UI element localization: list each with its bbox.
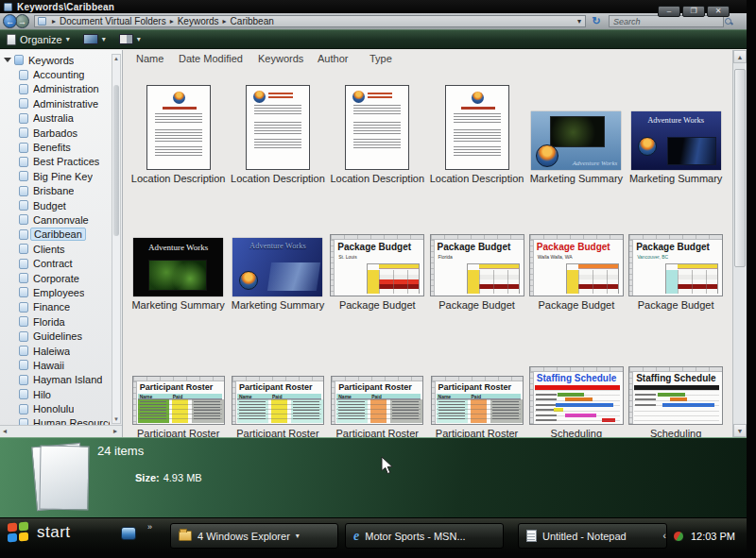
file-item[interactable]: Participant RosterNamePaidParticipant Ro… [129,330,228,437]
file-thumbnail[interactable]: Participant RosterNamePaid [431,376,524,425]
file-thumbnail[interactable]: Package BudgetWalla Walla, WA [529,234,624,296]
file-thumbnail[interactable]: Participant RosterNamePaid [331,376,423,425]
file-item[interactable]: Package BudgetVancouver, BCPackage Budge… [626,201,725,311]
sidebar-item-australia[interactable]: Australia [0,111,110,126]
title-bar[interactable]: Keywords\Caribbean [0,0,747,13]
file-item[interactable]: Staffing ScheduleScheduling [626,330,725,437]
file-item[interactable]: Adventure WorksMarketing Summary [626,75,725,184]
file-thumbnail[interactable] [445,85,509,170]
file-item[interactable]: Participant RosterNamePaidParticipant Ro… [427,330,526,437]
file-item[interactable]: Adventure WorksMarketing Summary [228,201,327,311]
breadcrumb-item[interactable]: Document Virtual Folders [60,16,166,26]
file-item[interactable]: Location Description [427,75,526,184]
file-thumbnail[interactable]: Participant RosterNamePaid [232,376,324,425]
back-button[interactable]: ← [3,14,17,28]
file-thumbnail[interactable]: Adventure Works [133,238,223,296]
refresh-icon[interactable]: ↻ [590,15,603,27]
sidebar-item-cannonvale[interactable]: Cannonvale [0,212,110,227]
content-vertical-scrollbar[interactable]: ▲ ▼ [732,50,747,437]
file-item[interactable]: Adventure WorksMarketing Summary [129,201,228,311]
tray-app-icon[interactable] [673,531,684,542]
taskbar-button-folder[interactable]: 4 Windows Explorer▾ [170,523,338,549]
sidebar-item-brisbane[interactable]: Brisbane [0,184,110,198]
file-thumbnail[interactable]: Participant RosterNamePaid [132,376,225,425]
forward-button[interactable]: → [15,14,29,28]
breadcrumb-item[interactable]: Keywords [178,16,219,26]
sidebar-item-barbados[interactable]: Barbados [0,126,110,140]
sidebar-item-finance[interactable]: Finance [0,300,110,314]
column-header-author[interactable]: Author [318,53,348,64]
quick-launch-icon[interactable] [121,527,136,540]
file-thumbnail[interactable]: Package BudgetSt. Louis [330,234,424,296]
sidebar-item-accounting[interactable]: Accounting [0,67,110,81]
sidebar-item-contract[interactable]: Contract [0,256,110,270]
sidebar-item-big-pine-key[interactable]: Big Pine Key [0,169,110,183]
sidebar-scroll-right-icon[interactable]: ▸ [113,427,117,435]
sidebar-item-hilo[interactable]: Hilo [0,387,110,401]
sidebar-item-corporate[interactable]: Corporate [0,271,110,285]
taskbar-button-ie[interactable]: eMotor Sports - MSN... [345,523,504,549]
sidebar-item-florida[interactable]: Florida [0,314,110,329]
file-item[interactable]: Adventure WorksMarketing Summary [526,75,626,184]
start-button[interactable]: start [8,522,71,543]
sidebar-item-root[interactable]: Keywords [0,53,110,67]
file-thumbnail[interactable]: Adventure Works [631,111,721,170]
sidebar-scroll-down-icon[interactable]: ▼ [112,416,120,422]
sidebar-item-honolulu[interactable]: Honolulu [0,401,110,415]
file-item[interactable]: Location Description [328,75,427,184]
sidebar-item-caribbean[interactable]: Caribbean [0,228,110,242]
sidebar-item-administration[interactable]: Administration [0,82,110,96]
sidebar-item-hawaii[interactable]: Hawaii [0,358,110,372]
file-thumbnail[interactable]: Staffing Schedule [628,366,723,425]
sidebar-item-guidelines[interactable]: Guidelines [0,329,110,343]
expanded-triangle-icon[interactable] [4,58,11,62]
sidebar-item-haleiwa[interactable]: Haleiwa [0,344,110,358]
file-item[interactable]: Package BudgetWalla Walla, WAPackage Bud… [526,201,626,311]
file-item[interactable]: Participant RosterNamePaidParticipant Ro… [328,330,427,437]
sidebar-item-clients[interactable]: Clients [0,242,110,256]
sidebar-scroll-left-icon[interactable]: ◂ [3,427,7,435]
sidebar-horizontal-scrollbar[interactable]: ◂ ▸ [0,425,122,437]
file-thumbnail[interactable] [246,85,310,170]
organize-button[interactable]: Organize ▾ [0,30,77,48]
preview-pane-button[interactable]: ▾ [112,30,147,48]
sidebar-item-benefits[interactable]: Benefits [0,140,110,154]
sidebar-item-administrative[interactable]: Administrative [0,96,110,110]
sidebar-item-hayman-island[interactable]: Hayman Island [0,373,110,387]
column-header-name[interactable]: Name [136,53,163,64]
file-item[interactable]: Participant RosterNamePaidParticipant Ro… [228,330,327,437]
content-scroll-up-icon[interactable]: ▲ [733,50,747,63]
column-header-date-modified[interactable]: Date Modified [179,53,243,64]
breadcrumb[interactable]: ▸Document Virtual Folders▸Keywords▸Carib… [34,15,586,27]
sidebar-item-best-practices[interactable]: Best Practices [0,155,110,169]
file-thumbnail[interactable] [345,85,409,170]
sidebar-scroll-thumb[interactable] [113,85,119,236]
file-thumbnail[interactable]: Adventure Works [531,111,621,170]
file-thumbnail[interactable]: Package BudgetFlorida [430,234,524,296]
column-header-type[interactable]: Type [369,53,392,64]
breadcrumb-item[interactable]: Caribbean [231,16,274,26]
file-item[interactable]: Package BudgetFloridaPackage Budget [427,201,526,311]
taskbar-button-notepad[interactable]: Untitled - Notepad [518,523,667,549]
column-header-keywords[interactable]: Keywords [258,53,303,64]
file-item[interactable]: Location Description [129,75,228,184]
close-button[interactable]: ✕ [707,6,730,17]
views-button[interactable]: ▾ [77,30,112,48]
breadcrumb-dropdown-icon[interactable]: ▾ [577,17,581,25]
content-scroll-thumb[interactable] [734,69,746,267]
sidebar-vertical-scrollbar[interactable]: ▲ ▼ [112,54,121,424]
quick-launch-overflow-icon[interactable]: » [147,522,152,532]
sidebar-scroll-up-icon[interactable]: ▲ [112,56,120,61]
tray-expand-icon[interactable]: ‹ [663,531,666,541]
minimize-button[interactable]: – [658,6,680,17]
sidebar-item-budget[interactable]: Budget [0,198,110,212]
file-thumbnail[interactable]: Package BudgetVancouver, BC [628,234,723,296]
file-thumbnail[interactable]: Adventure Works [232,238,322,296]
file-item[interactable]: Location Description [228,75,327,184]
sidebar-item-employees[interactable]: Employees [0,285,110,299]
file-item[interactable]: Package BudgetSt. LouisPackage Budget [328,201,427,311]
file-item[interactable]: Staffing ScheduleScheduling [526,330,626,437]
file-thumbnail[interactable] [146,85,211,170]
maximize-button[interactable]: ❐ [682,6,705,17]
content-scroll-down-icon[interactable]: ▼ [733,424,747,437]
